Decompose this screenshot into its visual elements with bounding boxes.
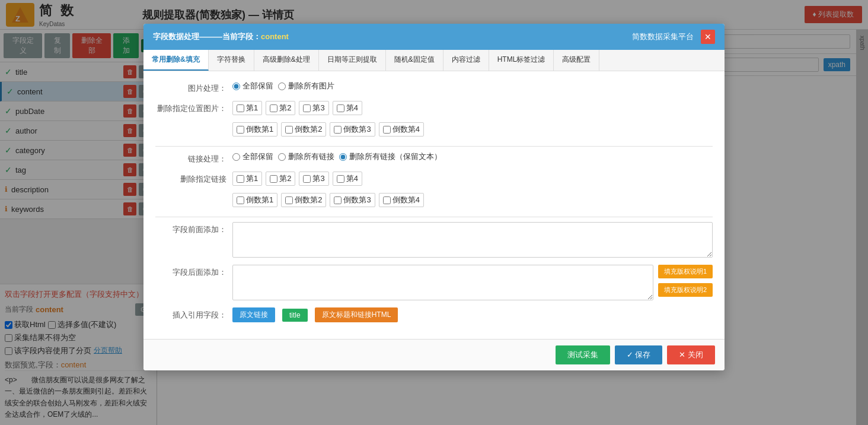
modal-field-name: content	[261, 32, 289, 41]
save-btn[interactable]: ✓ 保存	[615, 345, 663, 364]
img-pos-2[interactable]: 第2	[266, 101, 295, 115]
append-textarea[interactable]	[232, 265, 653, 300]
tab-date[interactable]: 日期等正则提取	[319, 50, 386, 71]
link-reverse-row: 倒数第1 倒数第2 倒数第3 倒数第4	[155, 193, 713, 207]
modal-title: 字段数据处理———当前字段：content	[153, 31, 289, 42]
insert-ref-row: 插入引用字段： 原文链接 title 原文标题和链接HTML	[155, 307, 713, 322]
img-pos-3[interactable]: 第3	[299, 101, 328, 115]
image-options: 全部保留 删除所有图片	[232, 81, 713, 91]
tab-filter[interactable]: 内容过滤	[443, 50, 489, 71]
close-btn[interactable]: ✕ 关闭	[667, 345, 715, 364]
insert-title-btn[interactable]: title	[282, 309, 308, 322]
link-rev-1[interactable]: 倒数第1	[232, 193, 277, 207]
link-positions-label: 删除指定链接	[155, 172, 226, 185]
image-reverse-grid: 倒数第1 倒数第2 倒数第3 倒数第4	[232, 122, 424, 137]
prepend-content	[232, 222, 713, 258]
image-handling-section: 图片处理： 全部保留 删除所有图片 删除指定位置图片：	[155, 81, 713, 137]
insert-html-btn[interactable]: 原文标题和链接HTML	[315, 307, 398, 322]
test-collect-btn[interactable]: 测试采集	[556, 345, 610, 364]
modal-footer: 测试采集 ✓ 保存 ✕ 关闭	[143, 339, 725, 370]
img-rev-1[interactable]: 倒数第1	[232, 122, 277, 137]
link-rev-2[interactable]: 倒数第2	[281, 193, 326, 207]
link-keep-all-label: 全部保留	[242, 151, 273, 162]
image-positions: 第1 第2 第3 第4	[232, 101, 713, 115]
link-delete-keep-text-label: 删除所有链接（保留文本）	[349, 151, 442, 162]
modal-overlay: 字段数据处理———当前字段：content 简数数据采集平台 ✕ 常用删除&填充…	[0, 0, 868, 425]
insert-url-btn[interactable]: 原文链接	[232, 307, 275, 322]
image-positions-row: 删除指定位置图片： 第1 第2 第3 第4	[155, 101, 713, 115]
copyright-btn-1[interactable]: 填充版权说明1	[658, 265, 713, 278]
append-label: 字段后面添加：	[155, 265, 226, 278]
link-keep-all[interactable]: 全部保留	[232, 151, 273, 162]
link-rev-3[interactable]: 倒数第3	[330, 193, 375, 207]
link-reverse-label	[155, 193, 226, 195]
copyright-btn-2[interactable]: 填充版权说明2	[658, 283, 713, 297]
link-pos-2[interactable]: 第2	[266, 172, 295, 186]
modal-header: 字段数据处理———当前字段：content 简数数据采集平台 ✕	[143, 24, 725, 50]
link-pos-4[interactable]: 第4	[333, 172, 362, 186]
prepend-label: 字段前面添加：	[155, 222, 226, 235]
modal-header-right: 简数数据采集平台 ✕	[632, 30, 715, 44]
link-positions-grid: 第1 第2 第3 第4	[232, 172, 362, 186]
link-pos-1[interactable]: 第1	[232, 172, 262, 186]
modal-brand: 简数数据采集平台	[632, 31, 694, 42]
link-handling-section: 链接处理： 全部保留 删除所有链接 删除所有链接（保留文本）	[155, 151, 713, 207]
append-content: 填充版权说明1 填充版权说明2	[232, 265, 713, 300]
image-positions-label: 删除指定位置图片：	[155, 101, 226, 114]
link-rev-4[interactable]: 倒数第4	[379, 193, 424, 207]
image-reverse-label	[155, 122, 226, 125]
link-options: 全部保留 删除所有链接 删除所有链接（保留文本）	[232, 151, 713, 162]
modal-close-btn[interactable]: ✕	[701, 30, 715, 44]
prepend-row: 字段前面添加：	[155, 222, 713, 258]
link-positions-row: 删除指定链接 第1 第2 第3 第4	[155, 172, 713, 186]
prepend-textarea[interactable]	[232, 222, 713, 258]
img-pos-4[interactable]: 第4	[333, 101, 362, 115]
image-label: 图片处理：	[155, 81, 226, 94]
link-delete-keep-text[interactable]: 删除所有链接（保留文本）	[339, 151, 442, 162]
link-pos-3[interactable]: 第3	[299, 172, 328, 186]
modal-dialog: 字段数据处理———当前字段：content 简数数据采集平台 ✕ 常用删除&填充…	[143, 24, 725, 370]
img-pos-1[interactable]: 第1	[232, 101, 262, 115]
append-row: 字段后面添加： 填充版权说明1 填充版权说明2	[155, 265, 713, 300]
modal-tabs: 常用删除&填充 字符替换 高级删除&处理 日期等正则提取 随机&固定值 内容过滤…	[143, 50, 725, 71]
img-rev-2[interactable]: 倒数第2	[281, 122, 326, 137]
insert-ref-content: 原文链接 title 原文标题和链接HTML	[232, 307, 713, 322]
link-reverse: 倒数第1 倒数第2 倒数第3 倒数第4	[232, 193, 713, 207]
tab-advanced-config[interactable]: 高级配置	[554, 50, 599, 71]
link-label: 链接处理：	[155, 151, 226, 164]
image-keep-all[interactable]: 全部保留	[232, 81, 273, 91]
insert-ref-label: 插入引用字段：	[155, 307, 226, 321]
tab-html-filter[interactable]: HTML标签过滤	[489, 50, 554, 71]
img-rev-3[interactable]: 倒数第3	[330, 122, 375, 137]
link-delete-all[interactable]: 删除所有链接	[278, 151, 334, 162]
link-delete-all-label: 删除所有链接	[288, 151, 334, 162]
image-delete-all[interactable]: 删除所有图片	[278, 81, 334, 91]
divider-1	[155, 146, 713, 147]
img-keep-all-label: 全部保留	[242, 81, 273, 91]
image-reverse-row: 倒数第1 倒数第2 倒数第3 倒数第4	[155, 122, 713, 137]
img-rev-4[interactable]: 倒数第4	[379, 122, 424, 137]
link-handling-row: 链接处理： 全部保留 删除所有链接 删除所有链接（保留文本）	[155, 151, 713, 164]
link-reverse-grid: 倒数第1 倒数第2 倒数第3 倒数第4	[232, 193, 424, 207]
tab-common[interactable]: 常用删除&填充	[143, 50, 209, 71]
copyright-btns: 填充版权说明1 填充版权说明2	[658, 265, 713, 300]
tab-replace[interactable]: 字符替换	[209, 50, 254, 71]
image-handling-row: 图片处理： 全部保留 删除所有图片	[155, 81, 713, 94]
tab-random[interactable]: 随机&固定值	[386, 50, 443, 71]
link-positions: 第1 第2 第3 第4	[232, 172, 713, 186]
image-reverse: 倒数第1 倒数第2 倒数第3 倒数第4	[232, 122, 713, 137]
divider-2	[155, 217, 713, 217]
modal-body: 图片处理： 全部保留 删除所有图片 删除指定位置图片：	[143, 71, 725, 339]
img-delete-all-label: 删除所有图片	[288, 81, 334, 91]
tab-advanced[interactable]: 高级删除&处理	[254, 50, 319, 71]
image-positions-grid: 第1 第2 第3 第4	[232, 101, 362, 115]
